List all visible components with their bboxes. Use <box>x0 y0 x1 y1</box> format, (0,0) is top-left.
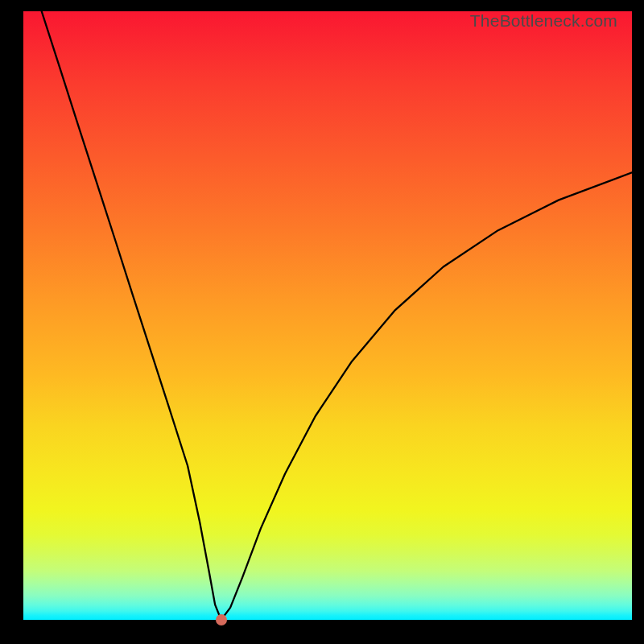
plot-area: TheBottleneck.com <box>23 11 632 620</box>
minimum-marker-icon <box>216 614 227 625</box>
bottleneck-curve <box>23 11 632 620</box>
chart-frame: TheBottleneck.com <box>0 0 644 644</box>
